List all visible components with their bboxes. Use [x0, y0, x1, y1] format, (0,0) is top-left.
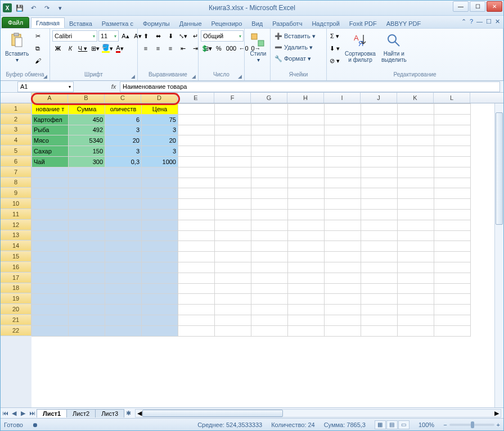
- cell-C15[interactable]: [105, 252, 142, 262]
- cell-B4[interactable]: 5340: [69, 135, 105, 146]
- cell-C19[interactable]: [105, 294, 142, 305]
- cell-G1[interactable]: [251, 104, 288, 115]
- cell-F10[interactable]: [215, 199, 251, 210]
- cell-K13[interactable]: [398, 230, 434, 241]
- delete-cells-button[interactable]: ➖Удалить ▾: [273, 42, 314, 53]
- cell-G12[interactable]: [251, 220, 288, 230]
- zoom-out-button[interactable]: −: [443, 421, 447, 428]
- maximize-button[interactable]: ☐: [470, 1, 485, 12]
- tab-view[interactable]: Вид: [246, 18, 268, 28]
- cell-E10[interactable]: [178, 199, 215, 210]
- decrease-indent-button[interactable]: ⇤: [177, 43, 188, 54]
- cell-J12[interactable]: [361, 220, 398, 230]
- cell-D1[interactable]: Цена: [142, 104, 178, 115]
- cell-I11[interactable]: [325, 209, 361, 220]
- cell-I13[interactable]: [325, 230, 361, 241]
- cell-E12[interactable]: [178, 220, 215, 230]
- cell-A4[interactable]: Мясо: [32, 135, 69, 146]
- cell-A22[interactable]: [32, 325, 69, 336]
- cell-B17[interactable]: [69, 273, 105, 283]
- cell-B10[interactable]: [69, 199, 105, 210]
- column-header-I[interactable]: I: [324, 93, 361, 103]
- alignment-launcher[interactable]: ◢: [190, 73, 197, 80]
- clear-button[interactable]: ⊘ ▾: [329, 55, 340, 66]
- cell-B2[interactable]: 450: [69, 114, 105, 125]
- cell-A7[interactable]: [32, 167, 69, 178]
- cell-D7[interactable]: [142, 167, 178, 178]
- row-header-7[interactable]: 7: [1, 167, 32, 178]
- cell-G16[interactable]: [251, 262, 288, 273]
- cell-I8[interactable]: [325, 178, 361, 188]
- cell-H21[interactable]: [288, 315, 325, 325]
- cell-I21[interactable]: [325, 315, 361, 325]
- cell-F11[interactable]: [215, 209, 251, 220]
- cell-E8[interactable]: [178, 178, 215, 188]
- cell-J4[interactable]: [361, 135, 398, 146]
- cell-E22[interactable]: [178, 325, 215, 336]
- font-size-combo[interactable]: 11▾: [98, 30, 119, 42]
- cell-B11[interactable]: [69, 209, 105, 220]
- cell-L15[interactable]: [434, 252, 471, 262]
- cell-G15[interactable]: [251, 252, 288, 262]
- number-format-combo[interactable]: Общий▾: [201, 30, 244, 42]
- cell-A10[interactable]: [32, 199, 69, 210]
- cell-C11[interactable]: [105, 209, 142, 220]
- cell-F1[interactable]: [215, 104, 251, 115]
- fill-button[interactable]: ⬇ ▾: [329, 43, 340, 54]
- qat-customize-button[interactable]: ▾: [55, 2, 66, 13]
- cut-button[interactable]: ✂: [32, 30, 43, 42]
- cell-L8[interactable]: [434, 178, 471, 188]
- cell-A3[interactable]: Рыба: [32, 125, 69, 135]
- cell-E1[interactable]: [178, 104, 215, 115]
- insert-cells-button[interactable]: ➕Вставить ▾: [273, 30, 317, 42]
- cell-H5[interactable]: [288, 146, 325, 157]
- cell-H11[interactable]: [288, 209, 325, 220]
- cell-I17[interactable]: [325, 273, 361, 283]
- cell-H15[interactable]: [288, 252, 325, 262]
- cell-B18[interactable]: [69, 283, 105, 294]
- cell-A15[interactable]: [32, 252, 69, 262]
- column-header-D[interactable]: D: [141, 93, 178, 103]
- cell-J6[interactable]: [361, 156, 398, 167]
- cell-K1[interactable]: [398, 104, 434, 115]
- cell-H13[interactable]: [288, 230, 325, 241]
- column-header-C[interactable]: C: [105, 93, 141, 103]
- view-normal-button[interactable]: ▦: [375, 420, 386, 429]
- cell-E2[interactable]: [178, 114, 215, 125]
- column-header-H[interactable]: H: [287, 93, 324, 103]
- cell-B20[interactable]: [69, 305, 105, 315]
- cell-C10[interactable]: [105, 199, 142, 210]
- cell-A20[interactable]: [32, 305, 69, 315]
- cell-A2[interactable]: Картофел: [32, 114, 69, 125]
- tab-developer[interactable]: Разработч: [267, 18, 307, 28]
- cell-J22[interactable]: [361, 325, 398, 336]
- hscroll-thumb[interactable]: [142, 410, 283, 417]
- cell-C5[interactable]: 3: [105, 146, 142, 157]
- orientation-button[interactable]: ⤡▾: [177, 30, 188, 42]
- cell-I15[interactable]: [325, 252, 361, 262]
- row-header-16[interactable]: 16: [1, 262, 32, 273]
- font-launcher[interactable]: ◢: [129, 73, 136, 80]
- cell-C9[interactable]: [105, 188, 142, 199]
- cell-H2[interactable]: [288, 114, 325, 125]
- cell-K22[interactable]: [398, 325, 434, 336]
- cell-B8[interactable]: [69, 178, 105, 188]
- cell-E11[interactable]: [178, 209, 215, 220]
- sheet-nav-next[interactable]: ▶: [19, 410, 28, 417]
- cell-E19[interactable]: [178, 294, 215, 305]
- cell-A19[interactable]: [32, 294, 69, 305]
- cell-K18[interactable]: [398, 283, 434, 294]
- grow-font-button[interactable]: A▴: [120, 30, 131, 42]
- cell-F21[interactable]: [215, 315, 251, 325]
- hscroll-right[interactable]: ▶: [493, 410, 501, 417]
- borders-button[interactable]: ⊞▾: [89, 43, 101, 54]
- cell-G4[interactable]: [251, 135, 288, 146]
- cell-F20[interactable]: [215, 305, 251, 315]
- cell-E20[interactable]: [178, 305, 215, 315]
- row-header-22[interactable]: 22: [1, 325, 32, 336]
- tab-page-layout[interactable]: Разметка с: [97, 18, 138, 28]
- cell-H18[interactable]: [288, 283, 325, 294]
- cell-J9[interactable]: [361, 188, 398, 199]
- cell-L10[interactable]: [434, 199, 471, 210]
- align-left-button[interactable]: ≡: [140, 43, 151, 54]
